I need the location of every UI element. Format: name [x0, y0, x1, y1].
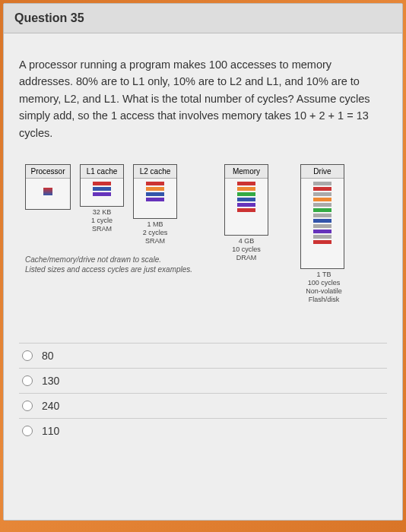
bar-icon	[313, 203, 331, 207]
option-a[interactable]: 80	[19, 343, 387, 368]
memory-sublabel: 4 GB 10 cycles DRAM	[224, 237, 268, 261]
option-d[interactable]: 110	[19, 418, 387, 443]
bar-icon	[313, 214, 331, 217]
l1-title: L1 cache	[81, 165, 123, 179]
radio-icon[interactable]	[22, 375, 33, 386]
l1-size: 32 KB	[80, 208, 124, 217]
l2-type: SRAM	[133, 237, 177, 245]
radio-icon[interactable]	[22, 401, 33, 411]
memory-title: Memory	[225, 165, 268, 179]
memory-hierarchy-diagram: Processor L1 cache 32 KB 1 cycle SRAM	[19, 164, 387, 324]
drive-sublabel: 1 TB 100 cycles Non-volatile Flash/disk	[299, 271, 349, 303]
bar-icon	[93, 187, 111, 191]
option-c-label: 240	[42, 400, 59, 412]
bar-icon	[313, 240, 331, 244]
l1-cycles: 1 cycle	[80, 217, 124, 225]
bar-icon	[313, 192, 331, 196]
bar-icon	[93, 192, 111, 196]
bar-icon	[93, 182, 111, 185]
l2-bars	[134, 179, 176, 204]
drive-type: Non-volatile Flash/disk	[299, 287, 349, 304]
chip-icon	[43, 188, 52, 195]
option-b[interactable]: 130	[19, 368, 387, 393]
processor-title: Processor	[26, 165, 70, 179]
question-text: A processor running a program makes 100 …	[19, 56, 387, 141]
radio-icon[interactable]	[22, 426, 33, 436]
drive-size: 1 TB	[299, 271, 349, 279]
option-a-label: 80	[42, 350, 54, 362]
bar-icon	[146, 198, 164, 201]
l2-title: L2 cache	[134, 165, 176, 179]
option-b-label: 130	[42, 375, 59, 387]
processor-box: Processor	[25, 164, 71, 210]
memory-size: 4 GB	[224, 237, 268, 245]
l1-cache-box: L1 cache	[80, 164, 124, 207]
bar-icon	[237, 203, 255, 207]
memory-type: DRAM	[224, 254, 268, 262]
l2-size: 1 MB	[133, 220, 177, 229]
diagram-caption: Cache/memory/drive not drawn to scale. L…	[25, 255, 192, 274]
bar-icon	[237, 198, 255, 201]
bar-icon	[237, 192, 255, 196]
bar-icon	[237, 187, 255, 191]
l1-bars	[81, 179, 123, 199]
bar-icon	[237, 208, 255, 212]
option-c[interactable]: 240	[19, 393, 387, 418]
bar-icon	[146, 187, 164, 191]
bar-icon	[313, 230, 331, 233]
bar-icon	[146, 182, 164, 185]
bar-icon	[313, 219, 331, 223]
l2-cycles: 2 cycles	[133, 229, 177, 237]
question-container: Question 35 A processor running a progra…	[3, 3, 403, 521]
bar-icon	[313, 208, 331, 212]
memory-box: Memory	[224, 164, 268, 236]
drive-box: Drive	[300, 164, 344, 269]
bar-icon	[313, 224, 331, 228]
l1-sublabel: 32 KB 1 cycle SRAM	[80, 208, 124, 233]
drive-cycles: 100 cycles	[299, 279, 349, 287]
bar-icon	[237, 182, 255, 185]
bar-icon	[313, 198, 331, 201]
bar-icon	[313, 182, 331, 185]
bar-icon	[313, 187, 331, 191]
answer-options: 80 130 240 110	[19, 343, 387, 443]
processor-body	[26, 179, 70, 204]
memory-cycles: 10 cycles	[224, 245, 268, 254]
radio-icon[interactable]	[22, 350, 33, 361]
drive-title: Drive	[301, 165, 344, 179]
l2-cache-box: L2 cache	[133, 164, 177, 219]
bar-icon	[146, 192, 164, 196]
l2-sublabel: 1 MB 2 cycles SRAM	[133, 220, 177, 245]
question-number: Question 35	[14, 11, 84, 24]
question-body: A processor running a program makes 100 …	[4, 33, 402, 520]
option-d-label: 110	[42, 425, 59, 437]
l1-type: SRAM	[80, 225, 124, 233]
drive-bars	[301, 179, 344, 247]
memory-bars	[225, 179, 268, 215]
bar-icon	[313, 235, 331, 239]
question-header: Question 35	[4, 4, 402, 33]
